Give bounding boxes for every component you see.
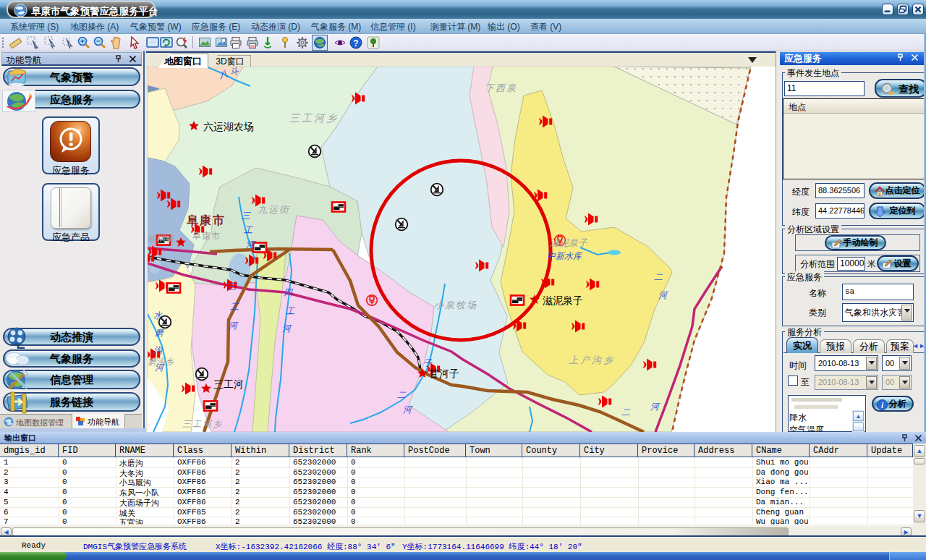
svg-text:河: 河 [403, 404, 413, 415]
svg-text:上户沟乡: 上户沟乡 [569, 355, 615, 365]
svg-text:工: 工 [230, 302, 239, 312]
svg-text:沟: 沟 [153, 345, 163, 355]
svg-text:甘河子: 甘河子 [429, 368, 459, 379]
svg-text:阜康市: 阜康市 [192, 231, 221, 241]
svg-text:河: 河 [155, 362, 165, 373]
svg-text:工: 工 [286, 306, 295, 316]
svg-text:六运湖农场: 六运湖农场 [203, 121, 254, 132]
svg-text:下西泉: 下西泉 [485, 82, 517, 93]
svg-text:工: 工 [244, 225, 253, 235]
svg-text:九运街: 九运街 [258, 204, 290, 215]
svg-text:三工河: 三工河 [213, 378, 244, 390]
svg-text:?: ? [353, 38, 358, 48]
svg-text:二: 二 [654, 272, 663, 282]
svg-text:中新水库: 中新水库 [547, 251, 583, 261]
svg-text:河: 河 [246, 239, 256, 250]
svg-text:子: 子 [423, 358, 433, 368]
svg-text:阜康市: 阜康市 [186, 213, 226, 226]
svg-text:河: 河 [229, 321, 239, 331]
svg-text:三: 三 [228, 281, 238, 292]
svg-text:滋泥泉子: 滋泥泉子 [543, 294, 583, 306]
svg-text:四: 四 [284, 287, 294, 297]
svg-text:梧桐镇: 梧桐镇 [148, 234, 175, 244]
svg-text:河: 河 [658, 290, 668, 300]
svg-text:磨: 磨 [155, 328, 165, 338]
svg-text:河: 河 [650, 402, 660, 412]
svg-text:滋泥泉子: 滋泥泉子 [550, 237, 588, 248]
svg-text:水: 水 [153, 310, 163, 321]
svg-text:二: 二 [397, 390, 407, 400]
svg-text:三工河乡: 三工河乡 [182, 419, 223, 429]
svg-text:三工河乡: 三工河乡 [289, 112, 339, 124]
svg-text:河: 河 [282, 323, 292, 334]
svg-text:二: 二 [621, 407, 631, 417]
svg-text:三: 三 [242, 211, 252, 221]
svg-text:小泉牧场: 小泉牧场 [434, 300, 477, 310]
